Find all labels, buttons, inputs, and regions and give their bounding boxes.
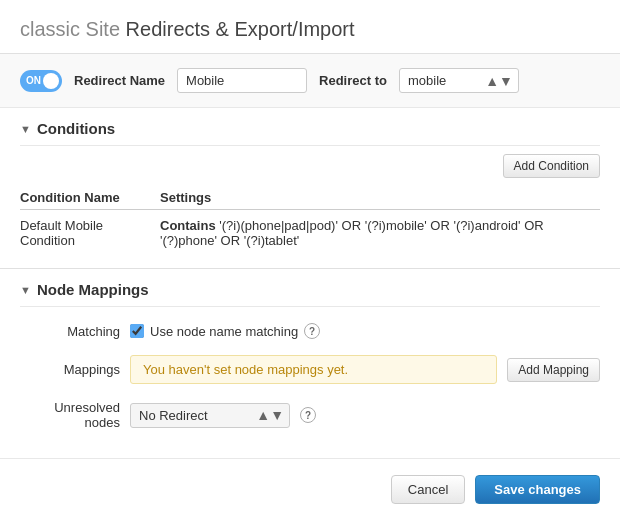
node-mappings-triangle-icon: ▼ — [20, 284, 31, 296]
toggle-switch[interactable]: ON — [20, 70, 62, 92]
matching-label: Matching — [20, 324, 120, 339]
redirect-name-input[interactable] — [177, 68, 307, 93]
toggle-label: ON — [20, 75, 41, 86]
conditions-triangle-icon: ▼ — [20, 123, 31, 135]
conditions-section-header[interactable]: ▼ Conditions — [20, 108, 600, 146]
conditions-area: Add Condition Condition Name Settings De… — [20, 146, 600, 268]
redirect-name-label: Redirect Name — [74, 73, 165, 88]
matching-help-icon[interactable]: ? — [304, 323, 320, 339]
condition-name-cell: Default Mobile Condition — [20, 210, 160, 257]
node-mappings-area: Matching Use node name matching ? Mappin… — [20, 307, 600, 450]
mappings-placeholder: You haven't set node mappings yet. — [130, 355, 497, 384]
unresolved-row: Unresolved nodes No Redirect Default Err… — [20, 392, 600, 438]
col-condition-name: Condition Name — [20, 186, 160, 210]
condition-settings-value: '(?i)(phone|pad|pod)' OR '(?i)mobile' OR… — [160, 218, 544, 248]
table-row: Default Mobile Condition Contains '(?i)(… — [20, 210, 600, 257]
conditions-table: Condition Name Settings Default Mobile C… — [20, 186, 600, 256]
matching-checkbox-wrapper: Use node name matching ? — [130, 323, 320, 339]
redirect-to-label: Redirect to — [319, 73, 387, 88]
matching-row: Matching Use node name matching ? — [20, 315, 600, 347]
condition-settings-prefix: Contains — [160, 218, 216, 233]
node-mappings-section: ▼ Node Mappings Matching Use node name m… — [0, 269, 620, 450]
footer-row: Cancel Save changes — [0, 458, 620, 520]
redirect-to-select[interactable]: mobile — [399, 68, 519, 93]
node-mappings-title: Node Mappings — [37, 281, 149, 298]
node-name-matching-checkbox[interactable] — [130, 324, 144, 338]
unresolved-label: Unresolved nodes — [20, 400, 120, 430]
conditions-toolbar: Add Condition — [20, 154, 600, 178]
cancel-button[interactable]: Cancel — [391, 475, 465, 504]
node-mappings-section-header[interactable]: ▼ Node Mappings — [20, 269, 600, 307]
add-mapping-button[interactable]: Add Mapping — [507, 358, 600, 382]
site-label: classic Site — [20, 18, 120, 40]
toolbar-row: ON Redirect Name Redirect to mobile ▲▼ — [0, 54, 620, 108]
mappings-row: Mappings You haven't set node mappings y… — [20, 347, 600, 392]
page-title: Redirects & Export/Import — [126, 18, 355, 40]
mappings-label: Mappings — [20, 362, 120, 377]
conditions-section: ▼ Conditions Add Condition Condition Nam… — [0, 108, 620, 268]
conditions-title: Conditions — [37, 120, 115, 137]
matching-text: Use node name matching — [150, 324, 298, 339]
condition-settings-cell: Contains '(?i)(phone|pad|pod)' OR '(?i)m… — [160, 210, 600, 257]
toggle-knob — [43, 73, 59, 89]
save-button[interactable]: Save changes — [475, 475, 600, 504]
unresolved-help-icon[interactable]: ? — [300, 407, 316, 423]
add-condition-button[interactable]: Add Condition — [503, 154, 600, 178]
col-settings: Settings — [160, 186, 600, 210]
page-header: classic Site Redirects & Export/Import — [0, 0, 620, 54]
redirect-to-wrapper: mobile ▲▼ — [399, 68, 519, 93]
unresolved-nodes-select[interactable]: No Redirect Default Error 404 — [130, 403, 290, 428]
unresolved-select-wrapper: No Redirect Default Error 404 ▲▼ — [130, 403, 290, 428]
